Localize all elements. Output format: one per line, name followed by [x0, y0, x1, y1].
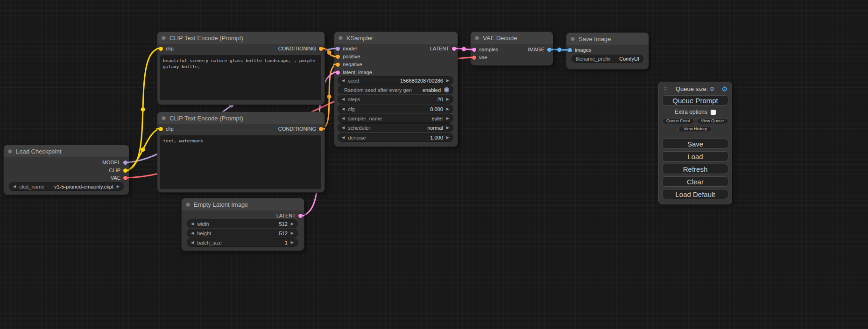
increment-arrow-icon[interactable]: ▶ [117, 185, 120, 189]
decrement-arrow-icon[interactable]: ◀ [191, 222, 194, 226]
slot-dot-latent[interactable] [452, 47, 456, 51]
increment-arrow-icon[interactable]: ▶ [446, 107, 449, 111]
output-slot-latent[interactable]: LATENT [276, 212, 303, 219]
slot-dot-images[interactable] [568, 48, 572, 52]
widget-sampler-name[interactable]: ◀ sampler_name euler ▶ [338, 114, 453, 122]
output-slot-model[interactable]: MODEL [102, 159, 127, 166]
refresh-button[interactable]: Refresh [662, 164, 728, 174]
node-titlebar[interactable]: CLIP Text Encode (Prompt) [157, 32, 325, 44]
node-titlebar[interactable]: Empty Latent Image [182, 198, 304, 210]
increment-arrow-icon[interactable]: ▶ [291, 231, 294, 235]
node-clip-text-encode-negative[interactable]: CLIP Text Encode (Prompt) clip CONDITION… [157, 112, 325, 192]
node-titlebar[interactable]: KSampler [334, 32, 458, 44]
widget-scheduler[interactable]: ◀ scheduler normal ▶ [338, 124, 453, 132]
widget-random-seed-toggle[interactable]: Random seed after every gen enabled [338, 86, 453, 94]
increment-arrow-icon[interactable]: ▶ [446, 117, 449, 120]
slot-dot-vae[interactable] [472, 56, 476, 60]
decrement-arrow-icon[interactable]: ◀ [13, 185, 16, 189]
toggle-knob-icon[interactable] [444, 87, 449, 92]
decrement-arrow-icon[interactable]: ◀ [342, 79, 345, 83]
widget-steps[interactable]: ◀ steps 20 ▶ [338, 95, 453, 103]
widget-batch-size[interactable]: ◀ batch_size 1 ▶ [187, 238, 297, 246]
node-titlebar[interactable]: Load Checkpoint [4, 145, 129, 157]
settings-gear-icon[interactable]: ⚙ [722, 85, 728, 92]
input-slot-vae[interactable]: vae [472, 54, 487, 61]
link-midpoint-dot-samples[interactable] [462, 47, 466, 51]
link-midpoint-dot-negative-conditioning[interactable] [327, 95, 332, 99]
node-empty-latent-image[interactable]: Empty Latent Image LATENT ◀ width 512 ▶ … [182, 198, 304, 251]
node-clip-text-encode-positive[interactable]: CLIP Text Encode (Prompt) clip CONDITION… [157, 32, 325, 105]
increment-arrow-icon[interactable]: ▶ [446, 126, 449, 130]
decrement-arrow-icon[interactable]: ◀ [342, 126, 345, 130]
widget-ckpt-name[interactable]: ◀ ckpt_name v1-5-pruned-emaonly.ckpt ▶ [9, 182, 123, 190]
output-slot-conditioning[interactable]: CONDITIONING [278, 125, 323, 133]
decrement-arrow-icon[interactable]: ◀ [191, 241, 194, 245]
input-slot-positive[interactable]: positive [336, 53, 360, 60]
decrement-arrow-icon[interactable]: ◀ [342, 117, 345, 120]
link-midpoint-dot-clip-to-positive[interactable] [141, 107, 145, 112]
widget-filename-prefix[interactable]: filename_prefix ComfyUI [572, 55, 643, 63]
link-midpoint-dot-clip-to-negative[interactable] [141, 147, 145, 152]
widget-height[interactable]: ◀ height 512 ▶ [187, 229, 297, 237]
slot-dot-image[interactable] [547, 48, 551, 52]
output-slot-latent[interactable]: LATENT [430, 45, 456, 52]
slot-dot-samples[interactable] [472, 48, 476, 52]
node-ksampler[interactable]: KSampler model positive negative latent_… [334, 32, 458, 147]
widget-seed[interactable]: ◀ seed 156680208700286 ▶ [338, 77, 453, 84]
slot-dot-positive[interactable] [336, 55, 340, 59]
input-slot-latent-image[interactable]: latent_image [336, 69, 372, 76]
node-load-checkpoint[interactable]: Load Checkpoint MODEL CLIP VAE ◀ ckpt_na… [4, 145, 129, 195]
save-button[interactable]: Save [662, 139, 728, 149]
link-midpoint-dot-positive-conditioning[interactable] [327, 50, 332, 55]
slot-dot-model[interactable] [336, 47, 340, 51]
input-slot-model[interactable]: model [336, 45, 357, 52]
slot-dot-clip[interactable] [159, 47, 163, 51]
node-titlebar[interactable]: Save Image [566, 33, 649, 45]
node-save-image[interactable]: Save Image images filename_prefix ComfyU… [566, 33, 649, 69]
increment-arrow-icon[interactable]: ▶ [446, 79, 449, 83]
output-slot-vae[interactable]: VAE [111, 174, 127, 182]
node-titlebar[interactable]: VAE Decode [471, 32, 553, 44]
slot-dot-latent-image[interactable] [336, 70, 340, 75]
increment-arrow-icon[interactable]: ▶ [291, 222, 294, 226]
widget-denoise[interactable]: ◀ denoise 1.000 ▶ [338, 133, 453, 141]
widget-cfg[interactable]: ◀ cfg 8.000 ▶ [338, 105, 453, 113]
clear-button[interactable]: Clear [662, 176, 728, 187]
drag-handle-icon[interactable] [663, 85, 668, 92]
slot-dot-negative[interactable] [336, 63, 340, 67]
widget-width[interactable]: ◀ width 512 ▶ [187, 220, 297, 228]
load-button[interactable]: Load [662, 151, 728, 161]
output-slot-conditioning[interactable]: CONDITIONING [278, 45, 323, 52]
prompt-textarea[interactable]: beautiful scenery nature glass bottle la… [160, 55, 321, 100]
slot-dot-clip[interactable] [123, 168, 127, 173]
prompt-textarea[interactable]: text, watermark [160, 135, 321, 189]
view-queue-button[interactable]: View Queue [697, 118, 729, 124]
queue-prompt-button[interactable]: Queue Prompt [662, 95, 728, 105]
view-history-button[interactable]: View History [678, 126, 712, 132]
slot-dot-conditioning[interactable] [319, 127, 323, 131]
input-slot-negative[interactable]: negative [336, 61, 362, 68]
input-slot-clip[interactable]: clip [159, 125, 174, 133]
decrement-arrow-icon[interactable]: ◀ [191, 231, 194, 235]
node-titlebar[interactable]: CLIP Text Encode (Prompt) [157, 112, 325, 124]
input-slot-clip[interactable]: clip [159, 45, 174, 52]
slot-dot-latent[interactable] [298, 214, 303, 218]
decrement-arrow-icon[interactable]: ◀ [342, 107, 345, 111]
increment-arrow-icon[interactable]: ▶ [446, 98, 449, 101]
load-default-button[interactable]: Load Default [662, 189, 728, 199]
decrement-arrow-icon[interactable]: ◀ [342, 98, 345, 101]
output-slot-image[interactable]: IMAGE [528, 46, 551, 53]
extra-options-checkbox[interactable] [711, 110, 716, 115]
output-slot-clip[interactable]: CLIP [109, 167, 127, 174]
increment-arrow-icon[interactable]: ▶ [291, 241, 294, 245]
slot-dot-model[interactable] [123, 161, 127, 165]
input-slot-samples[interactable]: samples [472, 46, 498, 53]
slot-dot-vae[interactable] [123, 176, 127, 180]
slot-dot-conditioning[interactable] [319, 47, 323, 51]
increment-arrow-icon[interactable]: ▶ [446, 136, 449, 140]
decrement-arrow-icon[interactable]: ◀ [342, 136, 345, 140]
slot-dot-clip[interactable] [159, 127, 163, 131]
link-midpoint-dot-image[interactable] [557, 48, 562, 52]
queue-front-button[interactable]: Queue Front [662, 118, 694, 124]
input-slot-images[interactable]: images [568, 46, 591, 54]
